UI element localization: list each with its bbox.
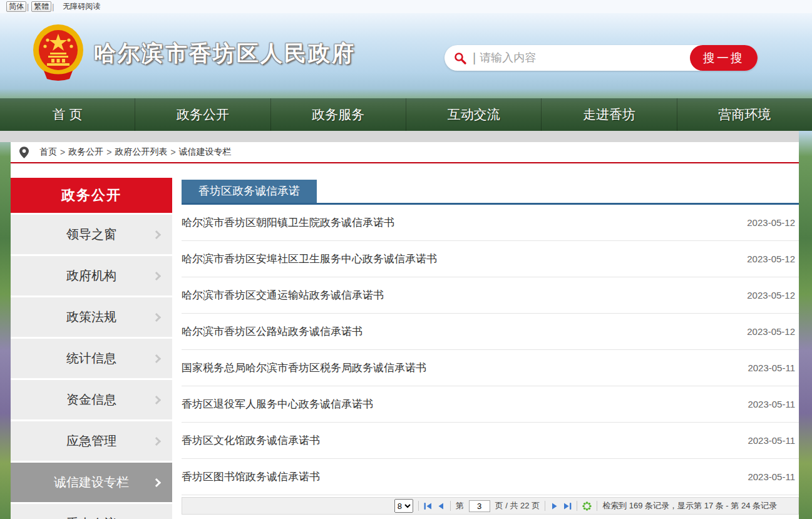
refresh-icon[interactable] bbox=[582, 501, 592, 511]
list-item[interactable]: 哈尔滨市香坊区朝阳镇卫生院政务诚信承诺书 2023-05-12 bbox=[182, 205, 799, 241]
chevron-right-icon bbox=[152, 395, 161, 404]
records-summary: 检索到 169 条记录，显示第 17 条 - 第 24 条记录 bbox=[602, 500, 777, 511]
list-item-date: 2023-05-11 bbox=[748, 435, 799, 446]
search-bar: | 搜一搜 bbox=[445, 45, 758, 71]
chevron-right-icon bbox=[152, 230, 161, 239]
list-item-date: 2023-05-11 bbox=[748, 471, 799, 482]
breadcrumb-separator: > bbox=[170, 147, 175, 157]
sidebar-item-integrity-column[interactable]: 诚信建设专栏 bbox=[11, 463, 172, 502]
breadcrumb-open-list[interactable]: 政府公开列表 bbox=[115, 146, 167, 158]
last-page-icon[interactable] bbox=[563, 502, 572, 510]
list-item-title[interactable]: 哈尔滨市香坊区朝阳镇卫生院政务诚信承诺书 bbox=[182, 215, 394, 230]
breadcrumb: 首页 > 政务公开 > 政府公开列表 > 诚信建设专栏 bbox=[11, 142, 799, 163]
list-item-date: 2023-05-12 bbox=[747, 326, 799, 337]
breadcrumb-integrity-column[interactable]: 诚信建设专栏 bbox=[179, 146, 232, 158]
page-number-input[interactable] bbox=[469, 500, 490, 512]
list-item-date: 2023-05-12 bbox=[747, 217, 799, 228]
list-item-title[interactable]: 哈尔滨市香坊区交通运输站政务诚信承诺书 bbox=[182, 288, 384, 302]
nav-item-about-xiangfang[interactable]: 走进香坊 bbox=[541, 98, 676, 131]
list-item-title[interactable]: 香坊区文化馆政务诚信承诺书 bbox=[182, 433, 320, 448]
site-title: 哈尔滨市香坊区人民政府 bbox=[94, 39, 356, 68]
header-bottom-band bbox=[0, 131, 799, 142]
chevron-right-icon bbox=[152, 271, 161, 280]
nav-item-government-info[interactable]: 政务公开 bbox=[135, 98, 270, 131]
breadcrumb-separator: > bbox=[106, 147, 111, 157]
sidebar-item-policies[interactable]: 政策法规 bbox=[11, 297, 172, 337]
sidebar-item-label: 领导之窗 bbox=[66, 226, 116, 243]
page-size-select[interactable]: 8 bbox=[394, 499, 413, 513]
accessibility-link[interactable]: 无障碍阅读 bbox=[63, 1, 100, 12]
list-item-date: 2023-05-11 bbox=[748, 399, 799, 409]
top-utility-bar: 简体 | 繁體 | 无障碍阅读 bbox=[0, 0, 812, 13]
list-item-date: 2023-05-12 bbox=[747, 290, 799, 301]
search-input[interactable] bbox=[480, 51, 687, 64]
sidebar-title: 政务公开 bbox=[11, 178, 172, 213]
tab-integrity-commitments[interactable]: 香坊区政务诚信承诺 bbox=[182, 180, 317, 203]
pager-divider bbox=[597, 501, 597, 511]
list-item-title[interactable]: 哈尔滨市香坊区安埠社区卫生服务中心政务诚信承诺书 bbox=[182, 252, 437, 266]
chevron-right-icon bbox=[152, 436, 161, 445]
list-item[interactable]: 香坊区图书馆政务诚信承诺书 2023-05-11 bbox=[182, 459, 799, 495]
list-item-title[interactable]: 香坊区图书馆政务诚信承诺书 bbox=[182, 470, 320, 484]
sidebar-item-label: 政策法规 bbox=[66, 309, 116, 326]
search-divider: | bbox=[473, 51, 476, 65]
pager-divider bbox=[545, 501, 545, 511]
sidebar-item-statistics[interactable]: 统计信息 bbox=[11, 339, 172, 378]
sidebar-item-label: 重大会议 bbox=[66, 515, 116, 519]
page: 简体 | 繁體 | 无障碍阅读 bbox=[0, 0, 812, 519]
nav-item-home[interactable]: 首 页 bbox=[0, 98, 135, 131]
traditional-chinese-button[interactable]: 繁體 bbox=[31, 1, 51, 12]
breadcrumb-government-info[interactable]: 政务公开 bbox=[68, 146, 103, 158]
sidebar-item-emergency[interactable]: 应急管理 bbox=[11, 421, 172, 461]
pager-divider bbox=[418, 501, 419, 511]
chevron-right-icon bbox=[152, 312, 161, 321]
first-page-icon[interactable] bbox=[424, 502, 432, 510]
topbar-divider: | bbox=[27, 3, 29, 11]
sidebar-item-agencies[interactable]: 政府机构 bbox=[11, 256, 172, 295]
sidebar-item-leaders[interactable]: 领导之窗 bbox=[11, 215, 172, 254]
list-item-title[interactable]: 国家税务总局哈尔滨市香坊区税务局政务诚信承诺书 bbox=[182, 361, 426, 375]
nav-item-interaction[interactable]: 互动交流 bbox=[406, 98, 541, 131]
previous-page-icon[interactable] bbox=[437, 502, 445, 510]
sidebar-item-label: 资金信息 bbox=[66, 391, 116, 408]
main-nav: 首 页 政务公开 政务服务 互动交流 走进香坊 营商环境 bbox=[0, 98, 812, 131]
list-item-date: 2023-05-12 bbox=[747, 254, 799, 264]
next-page-icon[interactable] bbox=[550, 502, 558, 510]
pager-divider bbox=[450, 501, 451, 511]
list-item[interactable]: 香坊区文化馆政务诚信承诺书 2023-05-11 bbox=[182, 423, 799, 459]
breadcrumb-home[interactable]: 首页 bbox=[39, 146, 57, 158]
list-item[interactable]: 国家税务总局哈尔滨市香坊区税务局政务诚信承诺书 2023-05-11 bbox=[182, 350, 799, 386]
list-item-title[interactable]: 哈尔滨市香坊区公路站政务诚信承诺书 bbox=[182, 324, 362, 339]
list-item[interactable]: 香坊区退役军人服务中心政务诚信承诺书 2023-05-11 bbox=[182, 386, 799, 423]
main-content: 香坊区政务诚信承诺 哈尔滨市香坊区朝阳镇卫生院政务诚信承诺书 2023-05-1… bbox=[182, 180, 799, 515]
sidebar-item-major-meetings[interactable]: 重大会议 bbox=[11, 504, 172, 519]
page-label-prefix: 第 bbox=[456, 500, 464, 511]
location-pin-icon bbox=[19, 146, 29, 158]
chevron-right-icon bbox=[152, 354, 161, 362]
sidebar-item-funds[interactable]: 资金信息 bbox=[11, 380, 172, 419]
page-label-suffix: 页 / 共 22 页 bbox=[495, 500, 540, 511]
sidebar-item-label: 诚信建设专栏 bbox=[54, 474, 129, 491]
sidebar-item-label: 应急管理 bbox=[66, 433, 116, 450]
sidebar-menu: 政务公开 领导之窗 政府机构 政策法规 统计信息 资金信息 应急管理 诚信建设专… bbox=[11, 178, 172, 519]
search-icon bbox=[454, 52, 466, 64]
search-button[interactable]: 搜一搜 bbox=[690, 45, 758, 71]
nav-item-business-environment[interactable]: 营商环境 bbox=[677, 98, 812, 131]
chevron-right-icon bbox=[152, 478, 161, 486]
national-emblem-logo bbox=[33, 23, 84, 83]
sidebar-item-label: 政府机构 bbox=[66, 267, 116, 284]
list-item[interactable]: 哈尔滨市香坊区安埠社区卫生服务中心政务诚信承诺书 2023-05-12 bbox=[182, 241, 799, 277]
list-item[interactable]: 哈尔滨市香坊区公路站政务诚信承诺书 2023-05-12 bbox=[182, 314, 799, 350]
list-item-title[interactable]: 香坊区退役军人服务中心政务诚信承诺书 bbox=[182, 397, 373, 411]
list-item-date: 2023-05-11 bbox=[748, 362, 799, 373]
sidebar-item-label: 统计信息 bbox=[66, 350, 116, 367]
pager-divider bbox=[577, 501, 577, 511]
list-item[interactable]: 哈尔滨市香坊区交通运输站政务诚信承诺书 2023-05-12 bbox=[182, 277, 799, 314]
pagination-bar: 8 第 页 / 共 22 页 bbox=[182, 497, 799, 515]
topbar-divider: | bbox=[52, 3, 54, 11]
nav-item-government-services[interactable]: 政务服务 bbox=[270, 98, 406, 131]
breadcrumb-separator: > bbox=[60, 147, 65, 157]
simplified-chinese-button[interactable]: 简体 bbox=[6, 1, 26, 12]
